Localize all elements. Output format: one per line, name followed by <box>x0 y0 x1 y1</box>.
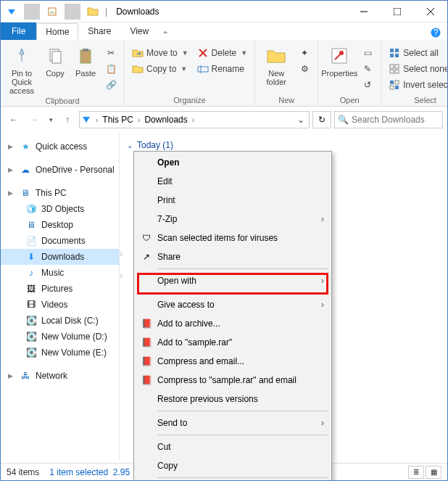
address-bar-row: ← → ▾ ↑ › This PC › Downloads › ⌄ ↻ 🔍 Se… <box>1 107 447 133</box>
expand-icon[interactable]: ▶ <box>7 166 14 173</box>
crumb-downloads[interactable]: Downloads <box>141 115 190 125</box>
ctx-add-archive[interactable]: 📕Add to archive... <box>136 314 330 333</box>
nav-music[interactable]: ♪Music <box>1 265 119 281</box>
ctx-scan[interactable]: 🛡Scan selected items for viruses <box>136 229 330 247</box>
delete-button[interactable]: Delete▼ <box>194 46 251 60</box>
up-button[interactable]: ↑ <box>59 111 76 128</box>
search-icon: 🔍 <box>338 115 349 125</box>
nav-disk-d[interactable]: 💽New Volume (D:) <box>1 329 119 345</box>
nav-desktop[interactable]: 🖥Desktop <box>1 217 119 233</box>
nav-network[interactable]: ▶🖧Network <box>1 368 119 384</box>
qat-properties-icon[interactable] <box>44 4 60 20</box>
paste-shortcut-button[interactable]: 🔗 <box>102 78 120 92</box>
nav-downloads[interactable]: ⬇Downloads <box>1 249 119 265</box>
ctx-edit[interactable]: Edit <box>136 172 330 191</box>
qat-dropdown-icon[interactable] <box>4 4 20 20</box>
ctx-copy[interactable]: Copy <box>136 456 330 475</box>
expand-icon[interactable]: ▶ <box>7 372 14 379</box>
chevron-down-icon[interactable]: ⌄ <box>127 141 133 149</box>
chevron-right-icon[interactable]: › <box>138 116 140 124</box>
history-button[interactable]: ↺ <box>359 78 376 92</box>
ctx-add-sample-rar[interactable]: 📕Add to "sample.rar" <box>136 333 330 352</box>
group-label: Clipboard <box>45 95 79 105</box>
nav-quick-access[interactable]: ▶★Quick access <box>1 139 119 155</box>
ctx-compress-email[interactable]: 📕Compress and email... <box>136 352 330 371</box>
tab-view[interactable]: View <box>120 22 158 40</box>
back-button[interactable]: ← <box>5 111 22 128</box>
copy-to-button[interactable]: Copy to▼ <box>129 62 191 76</box>
invert-selection-button[interactable]: Invert selection <box>386 78 448 92</box>
expand-icon[interactable]: ▶ <box>7 143 14 150</box>
ctx-7zip[interactable]: 7-Zip› <box>136 210 330 229</box>
nav-3d-objects[interactable]: 🧊3D Objects <box>1 201 119 217</box>
pin-quick-access-button[interactable]: Pin to Quick access <box>5 43 38 95</box>
new-folder-button[interactable]: New folder <box>260 43 293 86</box>
ctx-open-with[interactable]: Open with› <box>136 271 330 290</box>
separator <box>157 268 328 269</box>
ctx-share[interactable]: ↗Share <box>136 247 330 266</box>
cut-button[interactable]: ✂ <box>102 46 120 60</box>
nav-pictures[interactable]: 🖼Pictures <box>1 281 119 297</box>
paste-button[interactable]: Paste <box>72 43 99 78</box>
ctx-print[interactable]: Print <box>136 191 330 210</box>
ctx-compress-sample-email[interactable]: 📕Compress to "sample.rar" and email <box>136 371 330 390</box>
properties-label: Properties <box>321 69 357 78</box>
folder-icon <box>85 4 101 20</box>
separator <box>24 4 40 20</box>
nav-videos[interactable]: 🎞Videos <box>1 297 119 313</box>
ctx-cut[interactable]: Cut <box>136 437 330 456</box>
forward-button[interactable]: → <box>25 111 43 128</box>
address-dropdown-icon[interactable]: ⌄ <box>294 115 307 125</box>
nav-onedrive[interactable]: ▶☁OneDrive - Personal <box>1 162 119 178</box>
close-button[interactable] <box>414 1 447 22</box>
crumb-this-pc[interactable]: This PC <box>99 115 136 125</box>
expand-icon[interactable]: ▶ <box>7 189 14 197</box>
copy-path-icon: 📋 <box>105 63 117 75</box>
new-item-button[interactable]: ✦ <box>296 46 313 60</box>
address-bar[interactable]: › This PC › Downloads › ⌄ <box>79 111 310 128</box>
ctx-open[interactable]: Open <box>136 153 330 172</box>
view-icons-button[interactable]: ▦ <box>426 466 441 479</box>
open-button[interactable]: ▭ <box>359 46 376 60</box>
nav-documents[interactable]: 📄Documents <box>1 233 119 249</box>
svg-rect-13 <box>390 54 394 57</box>
tab-file[interactable]: File <box>1 22 36 40</box>
ctx-restore-previous[interactable]: Restore previous versions <box>136 390 330 408</box>
nav-disk-e[interactable]: 💽New Volume (E:) <box>1 345 119 361</box>
down-arrow-icon: ⬇ <box>25 251 37 263</box>
ctx-send-to[interactable]: Send to› <box>136 414 330 432</box>
chevron-right-icon: › <box>321 276 324 286</box>
help-icon[interactable]: ? <box>428 25 443 40</box>
recent-locations-button[interactable]: ▾ <box>46 111 56 128</box>
rename-button[interactable]: Rename <box>194 62 251 76</box>
edit-button[interactable]: ✎ <box>359 62 376 76</box>
ctx-give-access[interactable]: Give access to› <box>136 295 330 314</box>
minimize-button[interactable] <box>347 1 381 22</box>
svg-rect-6 <box>80 50 91 63</box>
copy-path-button[interactable]: 📋 <box>102 62 120 76</box>
chevron-right-icon[interactable]: › <box>96 116 98 124</box>
paste-label: Paste <box>75 69 96 78</box>
select-all-button[interactable]: Select all <box>386 46 448 60</box>
down-arrow-icon[interactable] <box>81 115 94 125</box>
view-details-button[interactable]: ≣ <box>408 466 424 479</box>
moveto-icon <box>132 47 144 59</box>
properties-button[interactable]: Properties <box>323 43 356 78</box>
videos-icon: 🎞 <box>25 299 37 311</box>
documents-icon: 📄 <box>25 235 37 247</box>
maximize-button[interactable] <box>381 1 414 22</box>
easy-access-button[interactable]: ⚙ <box>296 62 313 76</box>
refresh-button[interactable]: ↻ <box>312 111 331 128</box>
nav-disk-c[interactable]: 💽Local Disk (C:) <box>1 313 119 329</box>
nav-this-pc[interactable]: ▶🖥This PC <box>1 185 119 201</box>
chevron-right-icon[interactable]: › <box>192 116 194 124</box>
tab-share[interactable]: Share <box>78 22 120 40</box>
open-icon: ▭ <box>362 47 373 59</box>
ribbon-collapse-icon[interactable]: ⌃ <box>158 30 173 40</box>
svg-rect-1 <box>394 8 401 15</box>
search-box[interactable]: 🔍 Search Downloads <box>334 111 443 128</box>
copy-button[interactable]: Copy <box>41 43 69 78</box>
tab-home[interactable]: Home <box>36 23 78 41</box>
select-none-button[interactable]: Select none <box>386 62 448 76</box>
move-to-button[interactable]: Move to▼ <box>129 46 191 60</box>
